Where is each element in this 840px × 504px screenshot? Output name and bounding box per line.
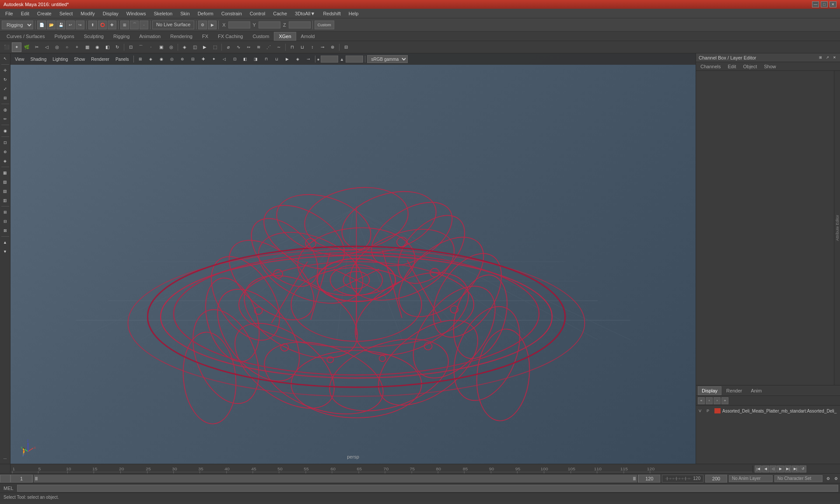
tb-deform-1[interactable]: ⊓ [287,42,297,52]
tb-curve-6[interactable]: ∼ [274,42,284,52]
list-item[interactable]: V P Assorted_Deli_Meats_Platter_mb_stand… [697,406,839,415]
tb-deform-2[interactable]: ⊔ [298,42,307,52]
misc-2[interactable]: ⊟ [1,217,10,226]
tb-curve-4[interactable]: ≋ [254,42,263,52]
colorspace-dropdown[interactable]: sRGB gamma [367,55,408,63]
tb-curve-5[interactable]: ⋰ [264,42,273,52]
channel-tab-show[interactable]: Show [761,63,779,70]
layer-tab-display[interactable]: Display [698,386,721,395]
tb-rotate[interactable]: ↻ [112,42,122,52]
tab-rigging[interactable]: Rigging [108,32,134,41]
snap-curve[interactable]: ⌒ [130,21,139,29]
layer-prev-prev[interactable]: « [698,397,705,404]
loop-button[interactable]: ↺ [799,466,806,472]
layer-next-next[interactable]: » [721,397,728,404]
vp-icon-10[interactable]: ⊡ [230,54,240,64]
vp-panels[interactable]: Panels [113,56,132,63]
tb-target[interactable]: ◎ [52,42,62,52]
layer-tab-render[interactable]: Render [722,386,746,395]
vp-icon-9[interactable]: ◁ [220,54,229,64]
layer-tab-anim[interactable]: Anim [747,386,766,395]
play-forward-button[interactable]: ▶ [777,466,784,472]
layer-2[interactable]: ▧ [1,178,10,186]
tb-render-4[interactable]: ⬚ [210,42,220,52]
misc-4[interactable]: ▲ [1,238,10,247]
tb-snap-point[interactable]: · [146,42,156,52]
tb-curve-2[interactable]: ∿ [234,42,243,52]
menu-windows[interactable]: Windows [123,10,150,17]
vp-icon-11[interactable]: ◧ [241,54,250,64]
menu-create[interactable]: Create [34,10,55,17]
menu-constrain[interactable]: Constrain [218,10,245,17]
play-back-button[interactable]: ◁ [770,466,777,472]
vp-icon-12[interactable]: ◨ [251,54,261,64]
menu-control[interactable]: Control [246,10,269,17]
no-anim-layer[interactable]: No Anim Layer [729,475,773,482]
vp-icon-3[interactable]: ◉ [157,54,166,64]
end-max-field[interactable] [705,475,727,483]
tb-joint-1[interactable]: ⊸ [318,42,327,52]
tb-snap-center[interactable]: ◎ [166,42,176,52]
restore-button[interactable]: □ [821,1,828,7]
select-tool[interactable]: ⬆ [88,21,97,29]
exposure-input[interactable]: 0.00 [321,56,338,63]
new-button[interactable]: 📄 [37,21,46,29]
mode-dropdown[interactable]: Rigging [2,21,33,29]
tab-custom[interactable]: Custom [248,32,274,41]
layer-prev[interactable]: ‹ [706,397,713,404]
snap-point[interactable]: · [140,21,148,29]
save-button[interactable]: 💾 [56,21,65,29]
skip-end-button[interactable]: ▶| [792,466,799,472]
menu-skeleton[interactable]: Skeleton [150,10,176,17]
layer-1[interactable]: ▦ [1,168,10,177]
cb-icon-2[interactable]: ↗ [824,55,830,61]
tb-render-2[interactable]: ◫ [190,42,200,52]
tb-tools-1[interactable]: ✂ [32,42,42,52]
menu-skin[interactable]: Skin [177,10,193,17]
cb-icon-1[interactable]: ⊞ [817,55,823,61]
time-slider[interactable] [34,475,637,483]
vp-icon-6[interactable]: ⊟ [188,54,198,64]
vp-icon-17[interactable]: ⊸ [304,54,313,64]
current-frame[interactable] [10,475,32,483]
vp-show[interactable]: Show [71,56,88,63]
tb-sphere[interactable]: ◉ [92,42,102,52]
tb-plus[interactable]: + [72,42,82,52]
menu-file[interactable]: File [2,10,17,17]
menu-3dto-all[interactable]: 3DtoAll▼ [291,10,318,17]
move-btn[interactable]: ✛ [1,66,10,75]
next-frame-button[interactable]: ▶| [784,466,791,472]
tb-snap-surface[interactable]: ▣ [156,42,166,52]
vp-icon-5[interactable]: ⊛ [178,54,187,64]
tb-curve-1[interactable]: ⌀ [224,42,233,52]
prev-frame-button[interactable]: ◀ [762,466,769,472]
no-character-set[interactable]: No Character Set [774,475,822,482]
snap-3[interactable]: ◈ [1,157,10,165]
move-tool[interactable]: ✚ [108,21,116,29]
tab-animation[interactable]: Animation [134,32,165,41]
tab-sculpting[interactable]: Sculpting [79,32,108,41]
tab-rendering[interactable]: Rendering [165,32,197,41]
misc-5[interactable]: ▼ [1,247,10,256]
tab-curves-surfaces[interactable]: Curves / Surfaces [2,32,49,41]
rotate-btn[interactable]: ↻ [1,75,10,84]
show-manip[interactable]: ◉ [1,126,10,135]
menu-select[interactable]: Select [56,10,77,17]
no-live-surface[interactable]: No Live Surface [152,21,194,29]
menu-deform[interactable]: Deform [194,10,217,17]
channel-tab-channels[interactable]: Channels [698,63,723,70]
tb-cube[interactable]: ◧ [102,42,112,52]
open-button[interactable]: 📂 [47,21,56,29]
paint-btn[interactable]: ✏ [1,115,10,123]
menu-cache[interactable]: Cache [270,10,290,17]
tb-circle[interactable]: ○ [62,42,72,52]
minimize-button[interactable]: — [812,1,819,7]
tb-misc-1[interactable]: ⊟ [341,42,351,52]
undo-button[interactable]: ↩ [66,21,75,29]
tb-xgen[interactable]: ✦ [12,42,21,52]
select-mode-btn[interactable]: ↖ [1,54,10,63]
vp-view[interactable]: View [12,56,27,63]
snap-settings[interactable]: ⊡ [1,138,10,147]
y-input[interactable] [259,21,280,28]
vp-icon-15[interactable]: ▶ [283,54,292,64]
